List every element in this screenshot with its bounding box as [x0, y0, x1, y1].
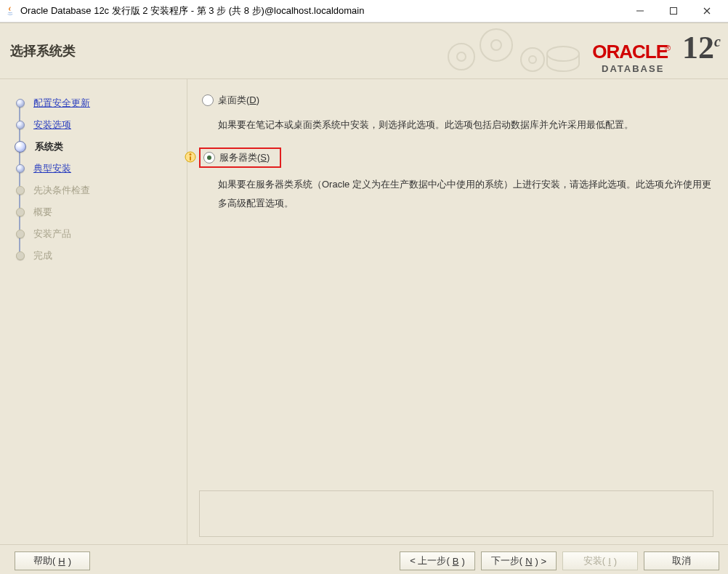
java-icon	[4, 5, 16, 17]
step-bullet-icon	[16, 251, 25, 260]
step-summary: 概要	[6, 201, 181, 223]
step-label[interactable]: 配置安全更新	[33, 97, 90, 110]
install-button: 安装(I)	[562, 551, 638, 570]
next-button[interactable]: 下一步(N) >	[481, 551, 557, 570]
step-security-updates[interactable]: 配置安全更新	[6, 92, 181, 114]
wizard-body: 配置安全更新 安装选项 系统类 典型安装 先决条件检查 概要	[0, 79, 728, 544]
option-server-description: 如果要在服务器类系统（Oracle 定义为在生产数据中心中使用的系统）上进行安装…	[218, 175, 713, 213]
step-install-options[interactable]: 安装选项	[6, 114, 181, 136]
step-bullet-icon	[15, 141, 26, 153]
database-wordmark: DATABASE	[602, 63, 664, 74]
step-bullet-icon	[16, 121, 25, 129]
system-class-options: 桌面类(D) 如果要在笔记本或桌面类系统中安装，则选择此选项。此选项包括启动数据…	[199, 92, 713, 490]
message-area	[199, 490, 713, 537]
wizard-footer: 帮助(H) < 上一步(B) 下一步(N) > 安装(I) 取消	[0, 544, 728, 574]
oracle-brand: ORACLE® DATABASE 12c	[592, 29, 721, 74]
svg-rect-0	[636, 11, 644, 12]
window-controls	[623, 0, 724, 22]
svg-point-8	[547, 47, 579, 61]
step-prereq-check: 先决条件检查	[6, 179, 181, 201]
wizard-header: 选择系统类 ORACLE® DATABASE 12c	[0, 23, 728, 79]
cancel-button[interactable]: 取消	[644, 551, 719, 570]
step-label: 安装产品	[33, 227, 71, 240]
option-desktop-description: 如果要在笔记本或桌面类系统中安装，则选择此选项。此选项包括启动数据库并允许采用最…	[218, 116, 713, 134]
svg-point-6	[521, 48, 544, 71]
window-titlebar: Oracle Database 12c 发行版 2 安装程序 - 第 3 步 (…	[0, 0, 728, 23]
hint-icon	[185, 151, 196, 165]
option-desktop-class: 桌面类(D) 如果要在笔记本或桌面类系统中安装，则选择此选项。此选项包括启动数据…	[199, 92, 713, 134]
wizard-content: 桌面类(D) 如果要在笔记本或桌面类系统中安装，则选择此选项。此选项包括启动数据…	[187, 79, 728, 544]
minimize-button[interactable]	[623, 0, 657, 22]
step-bullet-icon	[16, 230, 25, 238]
radio-server-label: 服务器类(S)	[219, 151, 270, 164]
help-button[interactable]: 帮助(H)	[15, 551, 90, 570]
wizard-steps-sidebar: 配置安全更新 安装选项 系统类 典型安装 先决条件检查 概要	[0, 79, 187, 544]
oracle-wordmark: ORACLE	[592, 41, 668, 62]
svg-rect-1	[671, 8, 677, 15]
option-server-class: 服务器类(S) 如果要在服务器类系统（Oracle 定义为在生产数据中心中使用的…	[199, 147, 713, 213]
step-label[interactable]: 安装选项	[33, 118, 71, 132]
svg-point-5	[491, 40, 501, 50]
option-server-row[interactable]: 服务器类(S)	[201, 150, 272, 166]
step-bullet-icon	[16, 164, 25, 173]
step-finish: 完成	[6, 245, 181, 267]
step-bullet-icon	[16, 99, 25, 108]
svg-point-2	[448, 44, 474, 70]
installer-window: 选择系统类 ORACLE® DATABASE 12c	[0, 23, 728, 574]
svg-point-3	[457, 52, 466, 61]
version-wordmark: 12c	[682, 29, 721, 66]
header-branding: ORACLE® DATABASE 12c	[440, 28, 721, 76]
option-server-highlight: 服务器类(S)	[199, 147, 281, 168]
gears-icon	[440, 28, 585, 76]
svg-rect-11	[190, 156, 191, 161]
step-bullet-icon	[16, 186, 25, 195]
step-label[interactable]: 典型安装	[33, 162, 71, 175]
step-install-product: 安装产品	[6, 223, 181, 245]
radio-desktop-label: 桌面类(D)	[218, 94, 259, 107]
step-label: 先决条件检查	[33, 184, 90, 197]
svg-point-4	[480, 29, 512, 61]
svg-point-7	[529, 56, 536, 63]
step-label: 完成	[33, 249, 52, 262]
close-button[interactable]	[690, 0, 724, 22]
radio-server[interactable]	[203, 152, 215, 163]
svg-point-10	[190, 153, 192, 155]
back-button[interactable]: < 上一步(B)	[400, 551, 475, 570]
option-desktop-row[interactable]: 桌面类(D)	[199, 92, 713, 108]
page-title: 选择系统类	[10, 42, 76, 60]
step-system-class: 系统类	[6, 136, 181, 158]
window-title: Oracle Database 12c 发行版 2 安装程序 - 第 3 步 (…	[20, 4, 623, 17]
maximize-button[interactable]	[657, 0, 690, 22]
step-typical-install[interactable]: 典型安装	[6, 158, 181, 179]
radio-desktop[interactable]	[202, 94, 214, 106]
step-label: 系统类	[35, 140, 63, 153]
step-bullet-icon	[16, 208, 25, 217]
step-label: 概要	[33, 206, 52, 219]
